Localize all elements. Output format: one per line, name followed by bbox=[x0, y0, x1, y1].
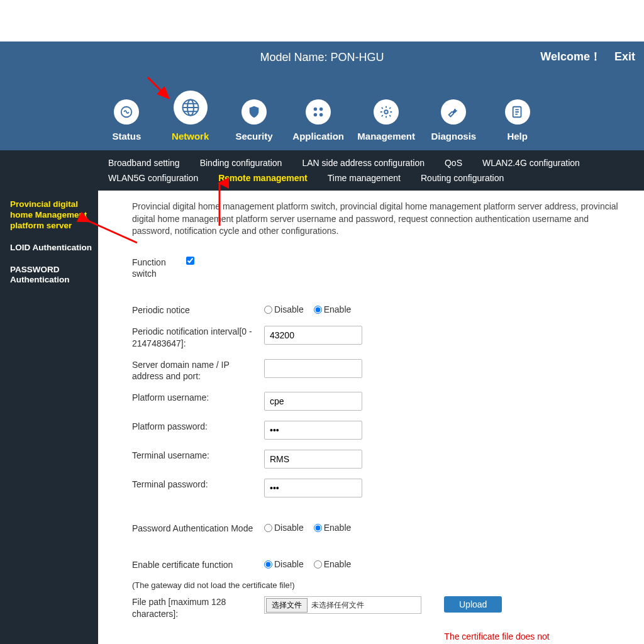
file-none-text: 未选择任何文件 bbox=[309, 600, 364, 611]
platform-pass-input[interactable] bbox=[264, 421, 362, 440]
status-icon bbox=[114, 99, 139, 125]
server-label: Server domain name / IP address and port… bbox=[132, 359, 264, 382]
terminal-pass-input[interactable] bbox=[264, 479, 362, 497]
svg-point-4 bbox=[319, 108, 323, 111]
subnav-lan[interactable]: LAN side address configuration bbox=[292, 155, 435, 170]
cert-warning-text: The certificate file does not exist, ple… bbox=[440, 631, 553, 644]
subnav-wlan24[interactable]: WLAN2.4G configuration bbox=[472, 155, 590, 170]
nav-help[interactable]: Help bbox=[492, 99, 543, 142]
sidebar-item-provincial[interactable]: Provincial digital home Management platf… bbox=[10, 199, 93, 231]
terminal-user-input[interactable] bbox=[264, 450, 362, 469]
top-whitespace bbox=[0, 0, 644, 42]
sidebar-item-loid-auth[interactable]: LOID Authentication bbox=[10, 243, 93, 253]
subnav-binding[interactable]: Binding configuration bbox=[190, 155, 292, 170]
cert-disable[interactable]: Disable bbox=[264, 559, 304, 569]
nav-application[interactable]: Application bbox=[292, 99, 344, 142]
globe-icon bbox=[174, 91, 208, 125]
periodic-notice-enable[interactable]: Enable bbox=[314, 304, 352, 314]
subnav-time-mgmt[interactable]: Time management bbox=[318, 170, 411, 186]
nav-label: Status bbox=[112, 131, 141, 142]
nav-diagnosis[interactable]: Diagnosis bbox=[428, 99, 479, 142]
nav-label: Management bbox=[357, 131, 415, 142]
content-panel: Provincial digital home management platf… bbox=[98, 191, 644, 644]
subnav-wlan5[interactable]: WLAN5G configuration bbox=[98, 170, 208, 186]
nav-label: Diagnosis bbox=[431, 131, 476, 142]
nav-network[interactable]: Network bbox=[165, 91, 216, 142]
platform-user-label: Platform username: bbox=[132, 392, 264, 403]
gear-icon bbox=[374, 99, 399, 125]
sidebar: Provincial digital home Management platf… bbox=[0, 191, 98, 644]
pwd-auth-enable[interactable]: Enable bbox=[314, 523, 352, 533]
help-icon bbox=[505, 99, 530, 125]
pwd-auth-mode-label: Password Authentication Mode bbox=[132, 523, 264, 534]
file-chooser[interactable]: 选择文件 未选择任何文件 bbox=[264, 596, 421, 614]
model-name: Model Name: PON-HGU bbox=[260, 51, 384, 64]
platform-user-input[interactable] bbox=[264, 392, 362, 411]
nav-security[interactable]: Security bbox=[229, 99, 279, 142]
svg-point-7 bbox=[384, 110, 388, 114]
interval-input[interactable] bbox=[264, 326, 362, 345]
file-choose-button[interactable]: 选择文件 bbox=[266, 598, 308, 613]
terminal-user-label: Terminal username: bbox=[132, 450, 264, 461]
nav-label: Help bbox=[507, 131, 528, 142]
subnav-broadband[interactable]: Broadband setting bbox=[98, 155, 190, 170]
subnav-remote-mgmt[interactable]: Remote management bbox=[208, 170, 318, 186]
sub-nav: Broadband setting Binding configuration … bbox=[0, 150, 644, 191]
terminal-pass-label: Terminal password: bbox=[132, 479, 264, 490]
sidebar-item-password-auth[interactable]: PASSWORD Authentication bbox=[10, 265, 93, 286]
subnav-routing[interactable]: Routing configuration bbox=[411, 170, 514, 186]
header: Model Name: PON-HGU Welcome！ Exit Status… bbox=[0, 42, 644, 150]
cert-note: (The gateway did not load the certificat… bbox=[132, 580, 629, 590]
primary-nav: Status Network Security Application bbox=[0, 73, 644, 150]
periodic-notice-label: Periodic notice bbox=[132, 304, 264, 316]
header-right: Welcome！ Exit bbox=[530, 49, 635, 64]
page-description: Provincial digital home management platf… bbox=[132, 201, 629, 238]
nav-status[interactable]: Status bbox=[101, 99, 152, 142]
nav-label: Security bbox=[235, 131, 272, 142]
welcome-text: Welcome！ bbox=[540, 50, 601, 63]
cert-enable[interactable]: Enable bbox=[314, 559, 352, 569]
periodic-notice-disable[interactable]: Disable bbox=[264, 304, 304, 314]
subnav-qos[interactable]: QoS bbox=[435, 155, 472, 170]
svg-point-5 bbox=[314, 113, 318, 117]
nav-management[interactable]: Management bbox=[357, 99, 415, 142]
svg-point-6 bbox=[319, 113, 323, 117]
nav-label: Application bbox=[292, 131, 344, 142]
shield-icon bbox=[242, 99, 267, 125]
exit-link[interactable]: Exit bbox=[614, 50, 635, 63]
pwd-auth-disable[interactable]: Disable bbox=[264, 523, 304, 533]
interval-label: Periodic notification interval[0 - 21474… bbox=[132, 326, 264, 348]
apps-icon bbox=[306, 99, 331, 125]
svg-point-3 bbox=[314, 108, 318, 111]
wrench-icon bbox=[441, 99, 466, 125]
file-path-label: File path [maximum 128 characters]: bbox=[132, 596, 264, 619]
function-switch-checkbox[interactable] bbox=[186, 257, 194, 265]
nav-label: Network bbox=[172, 131, 209, 142]
server-input[interactable] bbox=[264, 359, 362, 378]
cert-enable-label: Enable certificate function bbox=[132, 559, 264, 570]
platform-pass-label: Platform password: bbox=[132, 421, 264, 432]
function-switch-label: Function switch bbox=[132, 257, 186, 279]
upload-button[interactable]: Upload bbox=[444, 596, 502, 613]
